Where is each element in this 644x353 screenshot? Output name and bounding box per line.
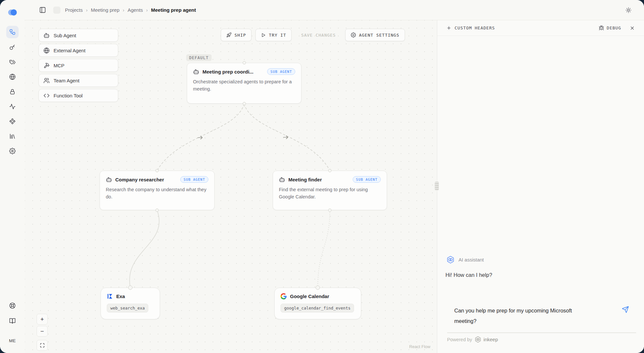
agent-builder-window: ME Projects › Meeting prep › Agents › Me… — [0, 0, 644, 353]
sidebar-item-docs[interactable] — [6, 315, 19, 327]
palette-item-function-tool[interactable]: Function Tool — [39, 89, 118, 102]
react-flow-attribution[interactable]: React Flow — [409, 344, 430, 349]
panel-left-icon — [39, 7, 46, 13]
workflow-icon — [9, 29, 16, 35]
zoom-out-button[interactable]: − — [37, 326, 48, 337]
assistant-message: Hi! How can I help? — [445, 272, 492, 278]
send-icon — [622, 306, 629, 313]
node-handle[interactable] — [128, 286, 133, 290]
sun-icon — [625, 7, 632, 13]
sidebar-item-external[interactable] — [6, 71, 19, 83]
node-meeting-prep-coordinator[interactable]: Meeting prep coordi... SUB AGENT Orchest… — [187, 63, 301, 104]
palette-item-sub-agent[interactable]: Sub Agent — [39, 29, 118, 42]
library-icon — [9, 133, 16, 140]
sidebar-item-credentials[interactable] — [6, 86, 19, 98]
top-header: Projects › Meeting prep › Agents › Meeti… — [25, 0, 644, 20]
sidebar-item-activity[interactable] — [6, 100, 19, 113]
org-avatar-placeholder — [53, 7, 60, 14]
flow-canvas[interactable]: Sub Agent External Agent MCP Team Agent … — [25, 20, 437, 353]
node-title: Google Calendar — [290, 294, 329, 299]
avatar-initials: ME — [9, 338, 16, 343]
code-icon — [43, 92, 50, 99]
sidebar-item-settings[interactable] — [6, 145, 19, 157]
sub-agent-badge: SUB AGENT — [353, 176, 381, 183]
edge-arrow-icon — [283, 136, 288, 139]
ship-button-label: SHIP — [234, 33, 246, 38]
save-changes-button[interactable]: SAVE CHANGES — [296, 29, 341, 41]
try-it-panel: CUSTOM HEADERS DEBUG — [437, 20, 644, 353]
palette-item-label: Team Agent — [54, 78, 79, 83]
component-icon — [9, 118, 16, 125]
sidebar-item-api-keys[interactable] — [6, 41, 19, 53]
play-icon — [261, 33, 266, 38]
breadcrumb: Projects › Meeting prep › Agents › Meeti… — [65, 7, 196, 13]
chat-input-container: Can you help me prep for my upcoming Mic… — [447, 301, 637, 332]
send-button[interactable] — [622, 306, 629, 313]
palette-item-team-agent[interactable]: Team Agent — [39, 74, 118, 87]
node-company-researcher[interactable]: Company researcher SUB AGENT Research th… — [100, 171, 215, 210]
node-handle[interactable] — [155, 209, 159, 212]
node-handle[interactable] — [155, 169, 159, 172]
sidebar-item-library[interactable] — [6, 130, 19, 143]
agent-settings-button[interactable]: AGENT SETTINGS — [345, 29, 405, 41]
chat-input[interactable]: Can you help me prep for my upcoming Mic… — [454, 305, 589, 329]
node-handle[interactable] — [328, 209, 331, 212]
fit-view-button[interactable] — [37, 340, 48, 351]
powered-by[interactable]: Powered by inkeep — [447, 336, 498, 343]
panel-resize-grip[interactable] — [435, 182, 439, 190]
gear-icon — [351, 32, 356, 38]
node-title: Meeting prep coordi... — [202, 69, 253, 75]
globe-icon — [9, 74, 16, 80]
inkeep-brand-label: inkeep — [484, 337, 498, 342]
user-avatar[interactable]: ME — [6, 334, 19, 347]
book-icon — [9, 318, 16, 324]
globe-icon — [43, 47, 50, 54]
sidebar-item-support[interactable] — [6, 299, 19, 312]
ship-button[interactable]: SHIP — [221, 29, 251, 41]
key-icon — [9, 44, 16, 50]
sub-agent-badge: SUB AGENT — [267, 68, 295, 75]
lock-icon — [9, 89, 16, 95]
palette-item-mcp[interactable]: MCP — [39, 59, 118, 72]
node-title: Exa — [116, 294, 125, 299]
inkeep-logo[interactable] — [6, 6, 19, 19]
tool-name-pill: web_search_exa — [107, 304, 148, 312]
node-exa-tool[interactable]: Exa web_search_exa — [101, 288, 160, 319]
fit-view-icon — [40, 343, 45, 348]
breadcrumb-projects[interactable]: Projects — [65, 7, 83, 13]
sidebar-item-graph[interactable] — [6, 26, 19, 38]
bot-icon — [43, 32, 50, 39]
rocket-icon — [226, 32, 232, 38]
breadcrumb-separator: › — [123, 7, 124, 13]
node-title: Meeting finder — [288, 177, 322, 182]
sidebar-item-tags[interactable] — [6, 56, 19, 68]
theme-toggle-button[interactable] — [625, 7, 632, 13]
node-handle[interactable] — [243, 61, 246, 64]
node-google-calendar-tool[interactable]: Google Calendar google_calendar_find_eve… — [274, 288, 361, 319]
node-meeting-finder[interactable]: Meeting finder SUB AGENT Find the extern… — [273, 171, 387, 210]
node-handle[interactable] — [243, 102, 246, 105]
palette-item-external-agent[interactable]: External Agent — [39, 44, 118, 57]
inkeep-assistant-icon — [446, 256, 455, 264]
canvas-toolbar: SHIP TRY IT SAVE CHANGES AGENT SETTINGS — [221, 29, 405, 41]
debug-button[interactable]: DEBUG — [599, 25, 621, 31]
sidebar-item-components[interactable] — [6, 115, 19, 127]
try-it-button[interactable]: TRY IT — [255, 29, 292, 41]
node-handle[interactable] — [316, 286, 320, 290]
breadcrumb-agents[interactable]: Agents — [128, 7, 143, 13]
node-handle[interactable] — [328, 169, 331, 172]
agent-settings-label: AGENT SETTINGS — [359, 33, 399, 38]
bug-icon — [599, 25, 604, 31]
breadcrumb-project[interactable]: Meeting prep — [91, 7, 120, 13]
node-description: Orchestrate specialized agents to prepar… — [193, 78, 295, 93]
gear-icon — [9, 148, 16, 154]
panel-left-toggle[interactable] — [39, 7, 46, 13]
zoom-in-button[interactable]: + — [37, 314, 48, 325]
close-icon — [630, 25, 635, 31]
palette-item-label: MCP — [54, 63, 64, 68]
close-panel-button[interactable] — [630, 25, 635, 31]
inkeep-logo-gray — [475, 336, 481, 343]
custom-headers-button[interactable]: CUSTOM HEADERS — [446, 25, 495, 30]
users-icon — [43, 77, 50, 84]
bot-icon — [106, 176, 112, 183]
